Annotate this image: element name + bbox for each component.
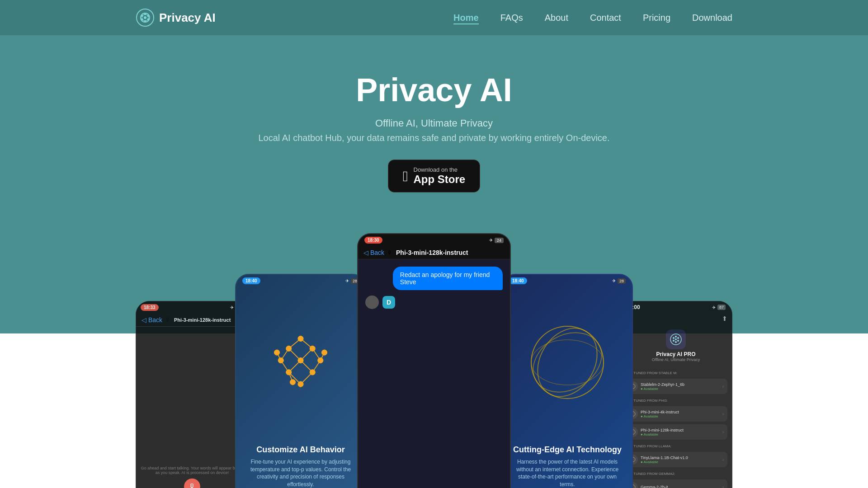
chat-avatar-row: D [365, 296, 503, 309]
svg-point-47 [675, 336, 677, 338]
right-card-desc: Harness the power of the latest AI model… [510, 458, 625, 488]
ai-avatar [365, 296, 379, 309]
center-nav: ◁ Back 🎙 Phi-3-mini-128k-instruct [358, 246, 510, 259]
circle-art-icon [522, 317, 613, 408]
nav-links: Home FAQs About Contact Pricing Download [453, 13, 732, 23]
circle-visual [503, 287, 632, 438]
outer-left-nav: ◁ Back 🎙 Phi-3-mini-128k-instruct ☰ [136, 314, 248, 327]
svg-point-53 [675, 338, 677, 340]
left-time: 18:40 [242, 277, 260, 284]
svg-point-52 [673, 337, 675, 339]
nav-about[interactable]: About [545, 13, 568, 23]
brain-icon [269, 331, 332, 394]
section-label-2: FINE TUNED FROM LLAMA: [624, 444, 727, 448]
outer-left-bottom-text: Go ahead and start talking. Your words w… [136, 462, 248, 479]
svg-line-31 [301, 348, 312, 360]
phone-center: 18:30 ✈ 24 ◁ Back 🎙 Phi-3-mini-128k-inst… [357, 233, 511, 488]
model-item: Phi-3-mini-128k-instruct ● Available › [624, 424, 727, 440]
center-statusbar: 18:30 ✈ 24 [358, 234, 510, 246]
outer-left-chat [136, 327, 248, 462]
right-status-icons: ✈ 28 [612, 278, 626, 284]
app-logo-icon [670, 333, 682, 346]
svg-point-43 [526, 318, 609, 408]
nav-download[interactable]: Download [692, 13, 732, 23]
svg-line-32 [312, 348, 321, 360]
navbar: Privacy AI Home FAQs About Contact Prici… [0, 0, 868, 35]
left-statusbar: 18:40 ✈ 28 [236, 275, 365, 287]
app-store-text: Download on the App Store [414, 166, 466, 186]
hero-title: Privacy AI [9, 71, 859, 108]
svg-line-36 [312, 361, 321, 372]
outer-left-back: ◁ Back [142, 316, 162, 324]
app-store-button[interactable]:  Download on the App Store [388, 160, 480, 192]
outer-left-model: Phi-3-mini-128k-instruct [174, 317, 231, 323]
right-time: 18:40 [509, 277, 527, 284]
svg-point-14 [144, 16, 146, 19]
center-time: 18:30 [364, 237, 382, 244]
left-card-bottom: Customize AI Behavior Fine-tune your AI … [236, 438, 365, 488]
model-item: TinyLlama-1.1B-Chat-v1.0 ● Available › [624, 452, 727, 467]
svg-line-35 [301, 361, 312, 372]
hero-description: Local AI chatbot Hub, your data remains … [9, 133, 859, 143]
logo-icon [136, 8, 155, 27]
svg-point-44 [523, 321, 613, 404]
outer-right-header: Privacy AI PRO Offline AI, Ultimate Priv… [620, 324, 732, 366]
model-item: Stablelm-2-Zephyr-1_6b ● Available › [624, 379, 727, 394]
outer-left-time: 18:33 [141, 304, 159, 311]
svg-line-28 [301, 338, 312, 348]
nav-faqs[interactable]: FAQs [500, 13, 523, 23]
section-label-1: FINE TUNED FROM PHI3: [624, 399, 727, 403]
app-sub: Offline AI, Ultimate Privacy [652, 357, 700, 362]
phone-outer-right: 19:00 ✈ 87 ⇅ ⬆ [619, 301, 732, 488]
app-icon [666, 329, 686, 349]
phone-right: 18:40 ✈ 28 Cutting-Edge AI Technology Ha… [502, 274, 633, 488]
outer-right-statusbar: 19:00 ✈ 87 [620, 301, 732, 313]
talk-button: 🎙 [184, 479, 200, 488]
logo[interactable]: Privacy AI [136, 8, 216, 27]
hero-section: Privacy AI Offline AI, Ultimate Privacy … [0, 35, 868, 220]
svg-point-50 [675, 341, 677, 343]
phone-outer-left: 18:33 ✈ 28 ◁ Back 🎙 Phi-3-mini-128k-inst… [136, 301, 249, 488]
app-name: Privacy AI PRO [656, 351, 696, 357]
nav-contact[interactable]: Contact [590, 13, 621, 23]
nav-pricing[interactable]: Pricing [643, 13, 670, 23]
model-item: Gemma-2-2b-it › [624, 479, 727, 488]
outer-right-status-icons: ✈ 87 [712, 305, 726, 310]
brain-visual [236, 287, 365, 438]
svg-point-48 [677, 337, 679, 339]
user-avatar: D [382, 296, 395, 309]
svg-line-29 [281, 348, 289, 360]
center-chat: Redact an apology for my friend Steve D [358, 259, 510, 488]
svg-line-38 [301, 372, 312, 384]
left-card-desc: Fine-tune your AI experience by adjustin… [243, 458, 358, 488]
svg-line-30 [289, 348, 301, 360]
center-status-icons: ✈ 24 [489, 238, 504, 243]
svg-line-33 [281, 361, 289, 372]
model-item: Phi-3-mini-4k-instruct ● Available › [624, 406, 727, 422]
model-list: FINE TUNED FROM STABLE M: Stablelm-2-Zep… [620, 366, 732, 488]
section-label-3: FINE TUNED FROM GEMMA2: [624, 472, 727, 476]
phone-showcase: 18:33 ✈ 28 ◁ Back 🎙 Phi-3-mini-128k-inst… [0, 220, 868, 488]
right-statusbar: 18:40 ✈ 28 [503, 275, 632, 287]
center-back: ◁ Back [363, 249, 384, 256]
svg-point-45 [531, 340, 604, 385]
svg-line-27 [289, 338, 301, 348]
svg-point-42 [531, 326, 604, 399]
svg-line-34 [289, 361, 301, 372]
section-label-0: FINE TUNED FROM STABLE M: [624, 371, 727, 375]
left-card-title: Customize AI Behavior [243, 445, 358, 455]
right-card-bottom: Cutting-Edge AI Technology Harness the p… [503, 438, 632, 488]
chat-bubble: Redact an apology for my friend Steve [393, 267, 503, 290]
nav-home[interactable]: Home [453, 13, 479, 24]
svg-point-49 [677, 340, 679, 342]
logo-text: Privacy AI [159, 11, 216, 25]
outer-right-top-icons: ⇅ ⬆ [620, 313, 732, 324]
hero-subtitle: Offline AI, Ultimate Privacy [9, 117, 859, 129]
phone-left: 18:40 ✈ 28 [235, 274, 366, 488]
outer-left-statusbar: 18:33 ✈ 28 [136, 301, 248, 314]
right-card-title: Cutting-Edge AI Technology [510, 445, 625, 455]
apple-icon:  [403, 169, 408, 183]
svg-point-51 [673, 340, 675, 342]
center-model: Phi-3-mini-128k-instruct [396, 249, 468, 256]
